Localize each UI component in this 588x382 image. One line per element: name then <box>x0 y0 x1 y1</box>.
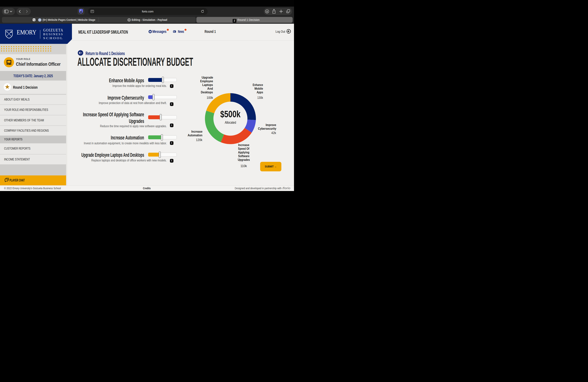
svg-text:N: N <box>33 19 35 21</box>
